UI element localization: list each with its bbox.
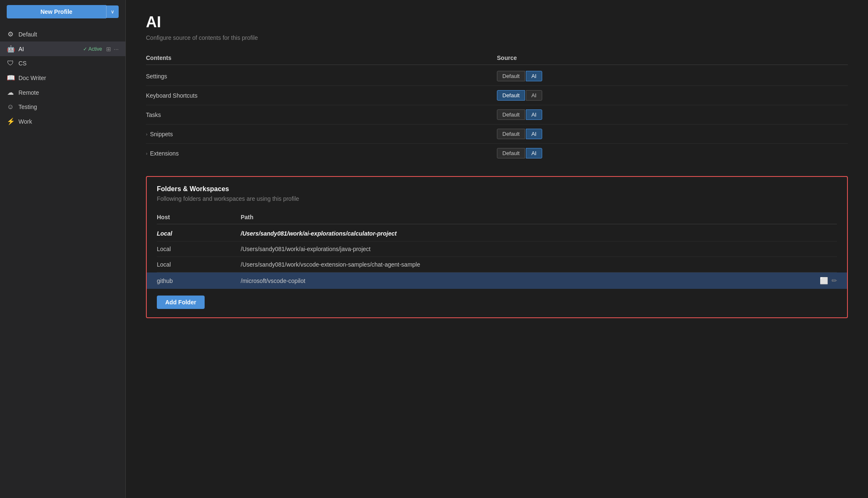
sidebar-item-label-default: Default — [18, 31, 119, 38]
source-default-button[interactable]: Default — [497, 90, 525, 101]
row-content-label: Snippets — [150, 131, 173, 137]
source-default-button[interactable]: Default — [497, 148, 525, 158]
row-label: Settings — [146, 73, 497, 80]
sidebar: New Profile ∨ ⚙Default🤖AI✓ Active⊞···🛡CS… — [0, 0, 126, 498]
source-ai-button[interactable]: AI — [526, 109, 542, 120]
remote-icon: ☁ — [7, 88, 14, 96]
folders-row: Local/Users/sandy081/work/ai-exploration… — [157, 241, 837, 257]
sidebar-item-label-work: Work — [18, 118, 119, 125]
folder-path: /Users/sandy081/work/vscode-extension-sa… — [241, 261, 837, 268]
sidebar-item-default[interactable]: ⚙Default — [0, 27, 125, 42]
folder-host: Local — [157, 230, 241, 237]
source-buttons: DefaultAI — [497, 148, 848, 158]
nav-item-actions: ⊞··· — [106, 46, 119, 52]
row-content-label: Settings — [146, 73, 167, 80]
source-buttons: DefaultAI — [497, 109, 848, 120]
table-row: ›ExtensionsDefaultAI — [146, 144, 848, 163]
doc-writer-icon: 📖 — [7, 74, 14, 82]
contents-table: Contents Source SettingsDefaultAIKeyboar… — [146, 51, 848, 163]
sidebar-item-label-cs: CS — [18, 60, 119, 67]
sidebar-item-ai[interactable]: 🤖AI✓ Active⊞··· — [0, 42, 125, 56]
sidebar-item-testing[interactable]: ☺Testing — [0, 100, 125, 114]
row-label: ›Snippets — [146, 131, 497, 137]
row-label: Tasks — [146, 112, 497, 118]
source-default-button[interactable]: Default — [497, 129, 525, 139]
new-profile-chevron-button[interactable]: ∨ — [106, 5, 119, 18]
folders-table-header: Host Path — [157, 210, 837, 224]
source-ai-button[interactable]: AI — [526, 148, 542, 158]
folders-row: Local/Users/sandy081/work/vscode-extensi… — [157, 257, 837, 272]
table-row: TasksDefaultAI — [146, 105, 848, 124]
default-icon: ⚙ — [7, 30, 14, 38]
folders-subtitle: Following folders and workspaces are usi… — [157, 195, 837, 202]
folders-row: github/microsoft/vscode-copilot⬜✏ — [147, 272, 847, 289]
folder-path: /microsoft/vscode-copilot — [241, 278, 820, 284]
page-title: AI — [146, 13, 848, 31]
sidebar-item-label-doc-writer: Doc Writer — [18, 75, 119, 81]
source-ai-button[interactable]: AI — [526, 129, 542, 139]
sidebar-item-doc-writer[interactable]: 📖Doc Writer — [0, 70, 125, 85]
edit-icon[interactable]: ✏ — [832, 277, 837, 285]
sidebar-nav: ⚙Default🤖AI✓ Active⊞···🛡CS📖Doc Writer☁Re… — [0, 23, 125, 498]
row-content-label: Keyboard Shortcuts — [146, 92, 198, 99]
folders-row: Local/Users/sandy081/work/ai-exploration… — [157, 226, 837, 241]
source-buttons: DefaultAI — [497, 129, 848, 139]
folder-path: /Users/sandy081/work/ai-explorations/cal… — [241, 230, 837, 237]
table-row: ›SnippetsDefaultAI — [146, 124, 848, 144]
page-subtitle: Configure source of contents for this pr… — [146, 34, 848, 41]
sidebar-item-remote[interactable]: ☁Remote — [0, 85, 125, 100]
contents-col-header: Contents — [146, 54, 497, 61]
folder-host: Local — [157, 261, 241, 268]
path-col-header: Path — [241, 214, 837, 220]
sidebar-item-work[interactable]: ⚡Work — [0, 114, 125, 129]
cs-icon: 🛡 — [7, 60, 14, 67]
more-options-icon[interactable]: ··· — [114, 46, 119, 52]
source-buttons: DefaultAI — [497, 71, 848, 81]
folders-section: Folders & Workspaces Following folders a… — [146, 176, 848, 318]
ai-icon: 🤖 — [7, 45, 14, 53]
row-label: ›Extensions — [146, 150, 497, 157]
folder-path: /Users/sandy081/work/ai-explorations/jav… — [241, 246, 837, 252]
folder-host: github — [157, 278, 241, 284]
active-badge: ✓ Active — [83, 46, 102, 52]
testing-icon: ☺ — [7, 103, 14, 111]
new-profile-button[interactable]: New Profile — [7, 5, 106, 18]
table-row: SettingsDefaultAI — [146, 67, 848, 86]
folder-row-actions: ⬜✏ — [820, 277, 837, 285]
sidebar-item-label-remote: Remote — [18, 89, 119, 96]
sidebar-item-label-ai: AI — [18, 46, 79, 52]
work-icon: ⚡ — [7, 117, 14, 125]
source-default-button[interactable]: Default — [497, 71, 525, 81]
source-col-header: Source — [497, 54, 848, 61]
main-content: AI Configure source of contents for this… — [126, 0, 868, 498]
open-window-icon[interactable]: ⬜ — [820, 277, 828, 285]
host-col-header: Host — [157, 214, 241, 220]
contents-table-header: Contents Source — [146, 51, 848, 65]
sidebar-item-label-testing: Testing — [18, 104, 119, 110]
source-ai-button[interactable]: AI — [526, 71, 542, 81]
row-content-label: Tasks — [146, 112, 161, 118]
source-buttons: DefaultAI — [497, 90, 848, 101]
folders-title: Folders & Workspaces — [157, 185, 837, 193]
row-label: Keyboard Shortcuts — [146, 92, 497, 99]
expand-icon[interactable]: › — [146, 132, 148, 137]
sidebar-header: New Profile ∨ — [0, 0, 125, 23]
source-ai-button[interactable]: AI — [526, 90, 542, 101]
sidebar-item-cs[interactable]: 🛡CS — [0, 56, 125, 70]
add-folder-button[interactable]: Add Folder — [157, 296, 205, 309]
source-default-button[interactable]: Default — [497, 109, 525, 120]
expand-icon[interactable]: › — [146, 151, 148, 156]
table-row: Keyboard ShortcutsDefaultAI — [146, 86, 848, 105]
row-content-label: Extensions — [150, 150, 179, 157]
folder-host: Local — [157, 246, 241, 252]
copy-profile-icon[interactable]: ⊞ — [106, 46, 111, 52]
